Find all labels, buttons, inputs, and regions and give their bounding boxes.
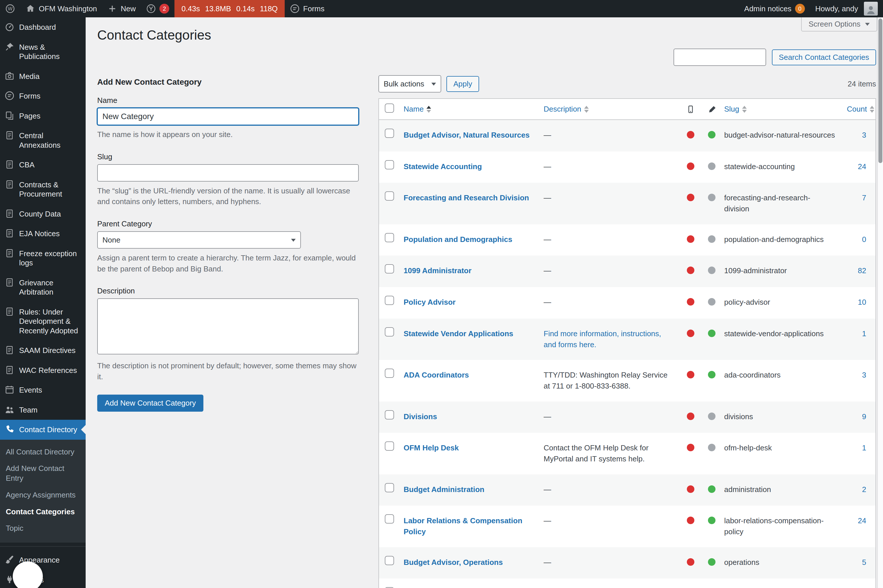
row-checkbox[interactable] xyxy=(385,441,394,451)
category-name-link[interactable]: Budget Advisor, Natural Resources xyxy=(404,130,529,140)
row-checkbox[interactable] xyxy=(385,191,394,201)
sidebar-subitem-contact-categories[interactable]: Contact Categories xyxy=(0,504,86,520)
page-scrollbar[interactable] xyxy=(877,17,883,588)
my-account-button[interactable]: Howdy, andy xyxy=(810,0,883,17)
category-count-link[interactable]: 24 xyxy=(858,516,866,525)
sidebar-item-rules-under-development-recently-adopted[interactable]: Rules: Under Development & Recently Adop… xyxy=(0,302,86,341)
category-name-link[interactable]: Budget Advisor, Operations xyxy=(404,558,503,567)
sidebar-item-contact-directory[interactable]: Contact Directory xyxy=(0,420,86,440)
parent-category-select[interactable]: None xyxy=(97,231,301,249)
phone-status-dot xyxy=(687,267,694,274)
category-count-link[interactable]: 3 xyxy=(862,130,866,140)
parent-category-select-wrap: None xyxy=(97,231,301,249)
category-name-link[interactable]: Statewide Vendor Applications xyxy=(404,329,513,338)
search-input[interactable] xyxy=(674,49,766,66)
category-name-link[interactable]: Forecasting and Research Division xyxy=(404,194,529,202)
category-count-link[interactable]: 82 xyxy=(858,266,866,275)
forms-label: Forms xyxy=(303,4,325,13)
sidebar-item-central-annexations[interactable]: Central Annexations xyxy=(0,126,86,155)
category-slug: budget-advisor-natural-resources xyxy=(718,120,841,152)
sidebar-item-contracts-procurement[interactable]: Contracts & Procurement xyxy=(0,175,86,204)
sidebar-item-events[interactable]: Events xyxy=(0,380,86,400)
row-checkbox[interactable] xyxy=(385,233,394,242)
category-name-link[interactable]: Population and Demographics xyxy=(404,235,512,244)
table-row: Statewide Accounting — statewide-account… xyxy=(379,152,876,183)
category-name-link[interactable]: Budget Administration xyxy=(404,485,484,494)
table-row: Budget Administration — administration 2 xyxy=(379,474,876,506)
sidebar-item-team[interactable]: Team xyxy=(0,400,86,420)
add-new-category-button[interactable]: Add New Contact Category xyxy=(97,394,203,412)
sidebar-subitem-topic[interactable]: Topic xyxy=(0,520,86,537)
scrollbar-thumb[interactable] xyxy=(878,18,882,163)
row-checkbox[interactable] xyxy=(385,264,394,273)
category-name-link[interactable]: Policy Advisor xyxy=(404,298,456,306)
menu-item-icon xyxy=(5,385,15,394)
sidebar-item-wac-references[interactable]: WAC References xyxy=(0,360,86,380)
site-name-menu[interactable]: OFM Washington xyxy=(20,0,102,17)
sidebar-subitem-all-contact-directory[interactable]: All Contact Directory xyxy=(0,444,86,460)
description-textarea[interactable] xyxy=(97,298,359,354)
apply-button[interactable]: Apply xyxy=(447,76,479,92)
category-name-link[interactable]: Statewide Accounting xyxy=(404,162,482,171)
row-checkbox[interactable] xyxy=(385,410,394,420)
yoast-seo-button[interactable]: 2 xyxy=(141,0,174,17)
category-count-link[interactable]: 2 xyxy=(862,485,866,494)
sidebar-item-news-publications[interactable]: News & Publications xyxy=(0,37,86,66)
category-count-link[interactable]: 0 xyxy=(862,235,866,244)
category-name-link[interactable]: Divisions xyxy=(404,412,437,421)
sort-by-count[interactable]: Count xyxy=(847,105,874,114)
content-columns: Add New Contact Category Name The name i… xyxy=(97,67,876,588)
category-name-link[interactable]: 1099 Administrator xyxy=(404,266,472,275)
category-count-link[interactable]: 9 xyxy=(862,412,866,421)
sidebar-item-pages[interactable]: Pages xyxy=(0,106,86,126)
name-input[interactable] xyxy=(97,108,359,125)
sidebar-item-appearance[interactable]: Appearance xyxy=(0,550,86,570)
category-count-link[interactable]: 1 xyxy=(862,329,866,338)
sidebar-item-forms[interactable]: Forms xyxy=(0,86,86,106)
sidebar-item-cba[interactable]: CBA xyxy=(0,155,86,175)
category-description-link[interactable]: Find more information, instructions, and… xyxy=(544,329,661,349)
new-content-button[interactable]: New xyxy=(102,0,141,17)
sidebar-item-freeze-exception-logs[interactable]: Freeze exception logs xyxy=(0,244,86,273)
forms-menu-button[interactable]: Forms xyxy=(285,0,330,17)
sort-by-description[interactable]: Description xyxy=(544,105,589,114)
screen-options-button[interactable]: Screen Options xyxy=(801,17,877,32)
category-name-link[interactable]: ADA Coordinators xyxy=(404,370,469,379)
select-all-checkbox[interactable] xyxy=(385,104,394,113)
sidebar-item-grievance-arbitration[interactable]: Grievance Arbitration xyxy=(0,273,86,302)
sidebar-item-county-data[interactable]: County Data xyxy=(0,204,86,224)
category-name-link[interactable]: Labor Relations & Compensation Policy xyxy=(404,516,522,536)
slug-input[interactable] xyxy=(97,164,359,182)
row-checkbox[interactable] xyxy=(385,327,394,336)
row-checkbox[interactable] xyxy=(385,369,394,378)
category-count-link[interactable]: 5 xyxy=(862,558,866,567)
category-count-link[interactable]: 7 xyxy=(862,194,866,202)
menu-item-icon xyxy=(5,111,15,120)
sidebar-item-media[interactable]: Media xyxy=(0,66,86,86)
row-checkbox[interactable] xyxy=(385,514,394,524)
wordpress-logo[interactable] xyxy=(0,0,20,17)
category-count-link[interactable]: 1 xyxy=(862,444,866,452)
row-checkbox[interactable] xyxy=(385,160,394,170)
sidebar-item-dashboard[interactable]: Dashboard xyxy=(0,17,86,37)
bulk-actions-select[interactable]: Bulk actions xyxy=(378,75,441,93)
row-checkbox[interactable] xyxy=(385,296,394,305)
row-checkbox[interactable] xyxy=(385,556,394,565)
categories-table: Name Description Slug Count Budget Advis… xyxy=(378,98,876,588)
category-count-link[interactable]: 3 xyxy=(862,370,866,379)
query-monitor-button[interactable]: 0.43s13.8MB0.14s118Q xyxy=(174,0,285,17)
category-name-link[interactable]: OFM Help Desk xyxy=(404,444,459,452)
name-label: Name xyxy=(97,96,359,105)
sidebar-subitem-agency-assignments[interactable]: Agency Assignments xyxy=(0,487,86,504)
sort-by-slug[interactable]: Slug xyxy=(724,105,747,114)
sidebar-subitem-add-new-contact-entry[interactable]: Add New Contact Entry xyxy=(0,460,86,487)
row-checkbox[interactable] xyxy=(385,129,394,138)
category-count-link[interactable]: 10 xyxy=(858,298,866,306)
category-count-link[interactable]: 24 xyxy=(858,162,866,171)
row-checkbox[interactable] xyxy=(385,483,394,492)
sidebar-item-eja-notices[interactable]: EJA Notices xyxy=(0,224,86,244)
sidebar-item-saam-directives[interactable]: SAAM Directives xyxy=(0,340,86,360)
admin-notices-button[interactable]: Admin notices 0 xyxy=(739,0,810,17)
sort-by-name[interactable]: Name xyxy=(404,105,431,114)
search-button[interactable]: Search Contact Categories xyxy=(772,50,876,65)
